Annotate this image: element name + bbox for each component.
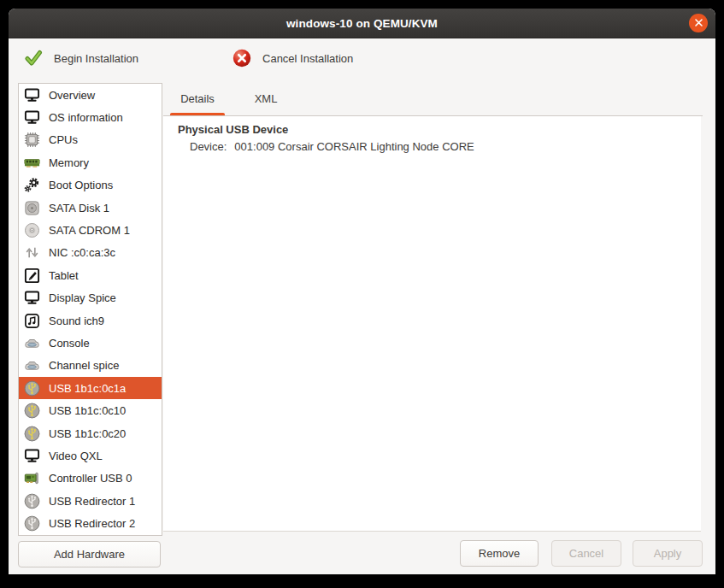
- sidebar-item-cpus[interactable]: CPUs: [19, 129, 162, 151]
- nic-icon: [23, 244, 40, 262]
- sidebar-item-video-qxl[interactable]: Video QXL: [19, 444, 162, 467]
- toolbar: Begin Installation Cancel Installatio: [9, 38, 715, 78]
- sidebar-item-sata-disk-1[interactable]: SATA Disk 1: [19, 197, 162, 219]
- sidebar-item-controller-usb-0[interactable]: Controller USB 0: [19, 467, 162, 490]
- usb-icon: [23, 379, 40, 397]
- add-hardware-button[interactable]: Add Hardware: [18, 541, 161, 567]
- memory-icon: [23, 154, 40, 171]
- red-cancel-icon: [233, 49, 251, 68]
- sidebar-item-nic-c0-ca-3c[interactable]: NIC :c0:ca:3c: [19, 242, 162, 264]
- cdrom-icon: [23, 222, 40, 239]
- sidebar-item-boot-options[interactable]: Boot Options: [19, 174, 162, 197]
- usb-icon: [23, 403, 40, 420]
- sound-icon: [23, 312, 40, 329]
- sidebar-item-usb-1b1c-0c20[interactable]: USB 1b1c:0c20: [19, 422, 162, 444]
- tab-details[interactable]: Details: [163, 81, 232, 115]
- monitor-icon: [23, 109, 40, 126]
- usb-gray-icon: [23, 492, 40, 509]
- serial-icon: [23, 334, 40, 351]
- sidebar-item-overview[interactable]: Overview: [19, 84, 162, 106]
- tab-bar: Details XML: [163, 81, 703, 115]
- monitor-icon: [23, 290, 40, 307]
- section-title: Physical USB Device: [178, 123, 701, 136]
- sidebar-item-usb-redirector-2[interactable]: USB Redirector 2: [19, 512, 162, 534]
- tablet-icon: [23, 267, 40, 284]
- cancel-installation-button[interactable]: Cancel Installation: [233, 49, 353, 68]
- sidebar-item-tablet[interactable]: Tablet: [19, 264, 162, 286]
- sidebar-item-os-information[interactable]: OS information: [19, 106, 162, 128]
- sidebar-item-usb-1b1c-0c10[interactable]: USB 1b1c:0c10: [19, 399, 162, 421]
- hardware-list: Overview OS information CPUs Memory Boot…: [18, 83, 162, 536]
- usb-gray-icon: [23, 515, 40, 532]
- details-panel: Physical USB Device Device: 001:009 Cors…: [163, 116, 701, 532]
- green-checkmark-icon: [24, 49, 43, 68]
- serial-icon: [23, 357, 40, 374]
- sidebar-item-sata-cdrom-1[interactable]: SATA CDROM 1: [19, 219, 162, 241]
- close-icon: [694, 15, 703, 31]
- device-value: 001:009 Corsair CORSAIR Lighting Node CO…: [234, 140, 474, 153]
- begin-installation-button[interactable]: Begin Installation: [24, 49, 138, 68]
- cancel-installation-label: Cancel Installation: [262, 52, 353, 65]
- vm-details-window: windows-10 on QEMU/KVM Begin Installatio…: [9, 9, 715, 574]
- sidebar-item-channel-spice[interactable]: Channel spice: [19, 355, 162, 377]
- monitor-icon: [23, 86, 40, 103]
- tab-xml[interactable]: XML: [232, 81, 300, 115]
- sidebar-item-memory[interactable]: Memory: [19, 151, 162, 173]
- sidebar-item-usb-redirector-1[interactable]: USB Redirector 1: [19, 490, 162, 512]
- close-button[interactable]: [689, 14, 708, 32]
- gears-icon: [23, 177, 40, 194]
- usb-icon: [23, 425, 40, 442]
- monitor-icon: [23, 447, 40, 464]
- cpu-icon: [23, 132, 40, 149]
- remove-button[interactable]: Remove: [460, 540, 539, 567]
- sidebar-item-display-spice[interactable]: Display Spice: [19, 287, 162, 309]
- sidebar-item-console[interactable]: Console: [19, 332, 162, 354]
- begin-installation-label: Begin Installation: [54, 52, 138, 65]
- device-label: Device:: [190, 140, 227, 153]
- disk-icon: [23, 199, 40, 216]
- device-row: Device: 001:009 Corsair CORSAIR Lighting…: [178, 140, 701, 153]
- cancel-button[interactable]: Cancel: [551, 540, 621, 567]
- pci-card-icon: [23, 470, 40, 487]
- window-title: windows-10 on QEMU/KVM: [286, 17, 438, 30]
- apply-button[interactable]: Apply: [633, 540, 703, 567]
- titlebar[interactable]: windows-10 on QEMU/KVM: [9, 9, 715, 38]
- sidebar-item-sound-ich9[interactable]: Sound ich9: [19, 309, 162, 332]
- sidebar-item-usb-1b1c-0c1a[interactable]: USB 1b1c:0c1a: [19, 377, 162, 399]
